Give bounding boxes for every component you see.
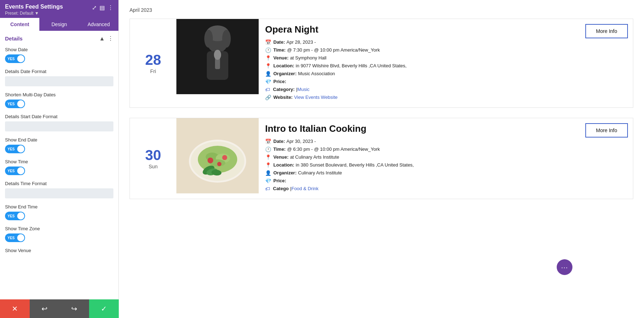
show-time-label: Show Time — [5, 159, 113, 164]
cooking-location-value: in 380 Sunset Boulevard, Beverly Hills ,… — [296, 162, 414, 168]
clock-icon-cooking: 🕐 — [265, 146, 271, 152]
opera-venue-label: Venue: — [273, 55, 289, 61]
cooking-organizer-row: 👤 Organizer: Culinary Arts Institute — [265, 170, 574, 176]
redo-icon: ↪ — [71, 304, 77, 313]
collapse-icon[interactable]: ▲ — [99, 35, 105, 42]
details-date-format-label: Details Date Format — [5, 69, 113, 74]
fullscreen-icon[interactable]: ⤢ — [92, 4, 97, 11]
details-time-format-setting: Details Time Format — [0, 178, 118, 201]
section-more-icon[interactable]: ⋮ — [108, 35, 113, 42]
event-title-cooking: Intro to Italian Cooking — [265, 123, 574, 134]
show-end-time-label: Show End Time — [5, 204, 113, 209]
opera-category-row: 🏷 Category: | Music — [265, 87, 574, 92]
pin-icon-opera-location: 📍 — [265, 63, 271, 69]
cooking-location-row: 📍 Location: in 380 Sunset Boulevard, Bev… — [265, 162, 574, 168]
show-date-setting: Show Date YES — [0, 44, 118, 66]
cooking-venue-label: Venue: — [273, 154, 289, 160]
details-start-date-format-label: Details Start Date Format — [5, 114, 113, 119]
cooking-more-info-button[interactable]: More Info — [585, 123, 628, 138]
event-date-day-cooking: Sun — [149, 164, 158, 169]
opera-more-info-button[interactable]: More Info — [585, 24, 628, 38]
details-time-format-input[interactable] — [5, 188, 113, 198]
svg-point-7 — [222, 30, 231, 48]
sidebar-header: Events Feed Settings Preset: Default ▼ ⤢… — [0, 0, 118, 18]
event-date-box-cooking: 30 Sun — [130, 118, 176, 199]
link-icon-opera: 🔗 — [265, 95, 271, 100]
event-image-cooking — [176, 118, 259, 193]
undo-button[interactable]: ↩ — [30, 299, 59, 318]
opera-image-placeholder — [176, 19, 259, 94]
opera-location-label: Location: — [273, 63, 294, 68]
details-start-date-format-input[interactable] — [5, 121, 113, 131]
month-label: April 2023 — [130, 7, 633, 13]
pin-icon-opera-venue: 📍 — [265, 55, 271, 61]
pin-icon-cooking-venue: 📍 — [265, 154, 271, 160]
cooking-date-label: Date: — [273, 139, 285, 144]
cooking-category-row: 🏷 Catego | Food & Drink — [265, 186, 574, 192]
cooking-time-value: @ 6:30 pm - @ 10:00 pm America/New_York — [287, 146, 380, 152]
event-card-opera: 28 Fri Opera Ni — [130, 19, 633, 108]
cooking-price-label: Price: — [273, 178, 286, 183]
show-time-zone-label: Show Time Zone — [5, 226, 113, 231]
tag-icon-cooking: 🏷 — [265, 186, 271, 192]
more-options-icon[interactable]: ⋮ — [108, 4, 113, 11]
shorten-multiday-label: Shorten Multi-Day Dates — [5, 92, 113, 97]
opera-website-link[interactable]: View Events Website — [294, 95, 338, 100]
details-date-format-input[interactable] — [5, 76, 113, 86]
tab-advanced[interactable]: Advanced — [79, 18, 118, 31]
person-icon-cooking: 👤 — [265, 170, 271, 176]
bottom-toolbar: ✕ ↩ ↪ ✓ — [0, 299, 119, 318]
price-icon-cooking: 💎 — [265, 178, 271, 184]
confirm-button[interactable]: ✓ — [89, 299, 119, 318]
show-date-toggle[interactable]: YES — [5, 54, 25, 63]
cooking-time-row: 🕐 Time: @ 6:30 pm - @ 10:00 pm America/N… — [265, 146, 574, 152]
cooking-price-row: 💎 Price: — [265, 178, 574, 184]
show-time-zone-toggle[interactable]: YES — [5, 233, 25, 242]
cooking-location-label: Location: — [273, 162, 294, 168]
tab-design[interactable]: Design — [39, 18, 79, 31]
event-date-box-opera: 28 Fri — [130, 19, 176, 107]
cooking-date-value: Apr 30, 2023 - — [287, 139, 316, 144]
show-time-toggle[interactable]: YES — [5, 167, 25, 175]
redo-button[interactable]: ↪ — [59, 299, 89, 318]
opera-date-row: 📅 Date: Apr 28, 2023 - — [265, 39, 574, 45]
shorten-multiday-toggle[interactable]: YES — [5, 100, 25, 108]
opera-location-row: 📍 Location: in 9077 Wilshire Blvd, Bever… — [265, 63, 574, 69]
cooking-image-placeholder — [176, 118, 259, 193]
event-details-opera: Opera Night 📅 Date: Apr 28, 2023 - 🕐 Tim… — [259, 19, 580, 107]
event-title-opera: Opera Night — [265, 24, 574, 35]
event-date-number-opera: 28 — [145, 53, 161, 67]
opera-time-value: @ 7:30 pm - @ 10:00 pm America/New_York — [287, 47, 380, 53]
cooking-time-label: Time: — [273, 146, 286, 152]
show-end-date-toggle[interactable]: YES — [5, 145, 25, 153]
sidebar-preset[interactable]: Preset: Default ▼ — [5, 11, 63, 16]
details-time-format-label: Details Time Format — [5, 181, 113, 186]
layout-icon[interactable]: ▤ — [99, 4, 105, 11]
event-card-cooking: 30 Sun — [130, 118, 633, 199]
cooking-venue-value: at Culinary Arts Institute — [290, 154, 339, 160]
floating-dot-menu[interactable]: ··· — [557, 259, 572, 275]
opera-organizer-row: 👤 Organizer: Music Association — [265, 71, 574, 77]
tab-content[interactable]: Content — [0, 18, 39, 31]
cooking-category-link[interactable]: Food & Drink — [291, 186, 318, 191]
opera-category-link[interactable]: Music — [297, 87, 309, 92]
opera-venue-row: 📍 Venue: at Symphony Hall — [265, 55, 574, 61]
event-details-cooking: Intro to Italian Cooking 📅 Date: Apr 30,… — [259, 118, 580, 199]
sidebar-header-icons: ⤢ ▤ ⋮ — [92, 4, 113, 11]
opera-more-btn-container: More Info — [580, 19, 633, 107]
svg-point-16 — [222, 155, 227, 160]
tag-icon-opera: 🏷 — [265, 87, 271, 92]
details-date-format-setting: Details Date Format — [0, 66, 118, 89]
opera-organizer-label: Organizer: — [273, 71, 297, 76]
svg-point-6 — [204, 30, 213, 48]
show-venue-label: Show Venue — [5, 248, 113, 253]
show-end-time-toggle[interactable]: YES — [5, 212, 25, 220]
opera-website-label: Website: — [273, 95, 293, 100]
sidebar-title: Events Feed Settings — [5, 4, 63, 10]
show-time-setting: Show Time YES — [0, 156, 118, 178]
opera-date-label: Date: — [273, 39, 285, 45]
opera-price-row: 💎 Price: — [265, 79, 574, 85]
opera-price-label: Price: — [273, 79, 286, 84]
event-date-number-cooking: 30 — [145, 148, 161, 162]
close-button[interactable]: ✕ — [0, 299, 30, 318]
